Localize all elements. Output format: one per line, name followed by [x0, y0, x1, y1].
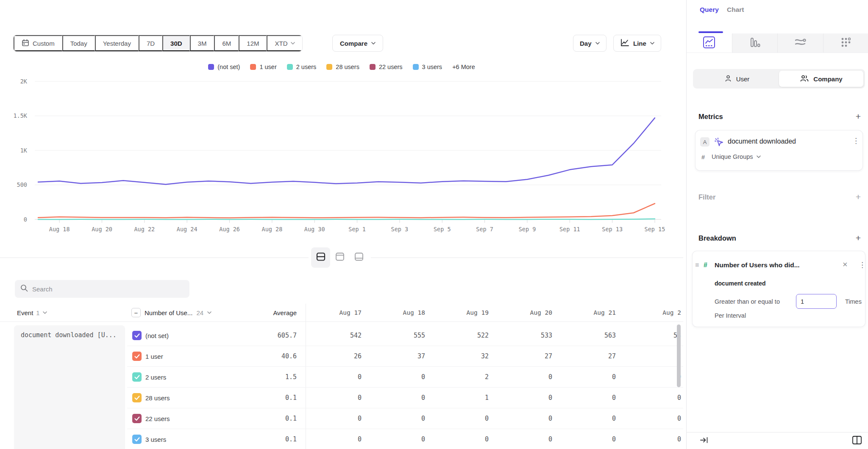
- tab-segmentation-chart[interactable]: [687, 33, 732, 53]
- x-axis-label: Sep 7: [476, 226, 493, 233]
- range-button-12m[interactable]: 12M: [239, 35, 267, 51]
- tab-bar-chart[interactable]: [732, 33, 778, 53]
- tab-chart[interactable]: Chart: [727, 6, 744, 14]
- collapse-panel-icon[interactable]: [699, 435, 709, 446]
- breakdown-title[interactable]: Number of Users who did...: [715, 261, 800, 269]
- date-column-header: Aug 18: [370, 304, 433, 322]
- breakdown-condition-label: Greater than or equal to: [715, 298, 780, 305]
- users-column-header[interactable]: − Number of Use... 24: [131, 304, 211, 322]
- range-button-custom[interactable]: Custom: [14, 35, 62, 51]
- range-button-6m[interactable]: 6M: [214, 35, 239, 51]
- split-panel-icon[interactable]: [851, 435, 862, 447]
- average-column-header[interactable]: Average: [229, 304, 297, 322]
- chart-type-label: Line: [633, 40, 646, 47]
- tab-grid-chart[interactable]: [823, 33, 868, 53]
- chart-type-button[interactable]: Line: [613, 35, 661, 52]
- kebab-menu-icon[interactable]: ⋮: [852, 136, 860, 145]
- y-axis-label: 1.5K: [13, 112, 27, 119]
- add-filter-button[interactable]: +: [854, 192, 863, 202]
- row-label: 28 users: [145, 394, 170, 402]
- row-average: 0.1: [229, 394, 297, 402]
- value-cell: 2: [433, 373, 497, 381]
- metric-event-name[interactable]: document downloaded: [728, 138, 796, 145]
- close-icon[interactable]: ×: [843, 260, 848, 269]
- range-label: XTD: [275, 40, 287, 47]
- value-cell: 32: [433, 352, 497, 360]
- value-cell: 2: [624, 352, 683, 360]
- row-checkbox[interactable]: [132, 414, 142, 423]
- granularity-button[interactable]: Day: [573, 35, 606, 52]
- value-cell: 0: [433, 415, 497, 422]
- add-breakdown-button[interactable]: +: [854, 233, 863, 243]
- search-input[interactable]: [32, 285, 184, 293]
- range-button-7d[interactable]: 7D: [139, 35, 162, 51]
- add-metric-button[interactable]: +: [854, 112, 863, 121]
- flow-icon: [794, 37, 806, 50]
- y-axis-label: 500: [17, 181, 27, 188]
- value-cell: 0: [497, 435, 560, 443]
- table-view-icon: [354, 252, 364, 263]
- layout-toggle-table-view[interactable]: [349, 247, 368, 268]
- compare-button[interactable]: Compare: [332, 35, 383, 52]
- value-cell: 27: [497, 352, 560, 360]
- breakdown-value-input[interactable]: [796, 294, 837, 309]
- layout-toggle-chart-view[interactable]: [330, 247, 349, 268]
- value-cell: 53: [624, 332, 683, 339]
- x-axis-label: Aug 20: [92, 226, 112, 233]
- chart-view-icon: [335, 252, 345, 263]
- range-button-30d[interactable]: 30D: [162, 35, 190, 51]
- scope-option-company[interactable]: Company: [779, 71, 863, 87]
- value-cell: 522: [433, 332, 497, 339]
- row-checkbox[interactable]: [132, 331, 142, 340]
- value-cell: 0: [370, 435, 433, 443]
- range-button-yesterday[interactable]: Yesterday: [95, 35, 139, 51]
- breakdown-event-name[interactable]: document created: [715, 280, 766, 287]
- tab-query[interactable]: Query: [700, 6, 719, 14]
- kebab-menu-icon[interactable]: ⋮: [859, 261, 866, 269]
- compare-label: Compare: [340, 40, 367, 47]
- search-icon: [20, 284, 28, 294]
- row-checkbox[interactable]: [132, 435, 142, 444]
- value-cell: 0: [497, 394, 560, 402]
- x-axis-label: Aug 28: [262, 226, 283, 233]
- event-cell[interactable]: document downloaded [U...: [14, 325, 125, 449]
- range-label: 3M: [198, 40, 207, 47]
- table-scrollbar-thumb[interactable]: [677, 324, 681, 387]
- value-cell: 0: [370, 415, 433, 422]
- value-cell: 0: [560, 394, 624, 402]
- range-button-3m[interactable]: 3M: [190, 35, 214, 51]
- range-button-today[interactable]: Today: [62, 35, 95, 51]
- row-checkbox[interactable]: [132, 372, 142, 382]
- scope-company-label: Company: [813, 75, 842, 83]
- x-axis-label: Sep 13: [602, 226, 623, 233]
- breakdown-header: Breakdown: [698, 234, 736, 242]
- split-view-icon: [316, 252, 326, 263]
- layout-toggle-split-view[interactable]: [311, 247, 330, 268]
- metric-badge: A: [700, 137, 709, 147]
- table-row: 1 user40.626373227272: [127, 346, 683, 367]
- breakdown-unit-label: Times: [845, 298, 862, 305]
- chevron-down-icon: [207, 311, 211, 314]
- event-column-header[interactable]: Event 1: [17, 304, 47, 322]
- x-axis-label: Sep 1: [348, 226, 366, 233]
- value-cell: 0: [560, 415, 624, 422]
- metric-measure-label: Unique Groups: [712, 153, 753, 160]
- line-chart[interactable]: 05001K1.5K2KAug 18Aug 20Aug 22Aug 24Aug …: [0, 55, 683, 241]
- value-cell: 0: [433, 435, 497, 443]
- select-all-checkbox[interactable]: −: [131, 308, 141, 317]
- x-axis-label: Sep 3: [391, 226, 409, 233]
- value-cell: 0: [497, 415, 560, 422]
- x-axis-label: Aug 30: [304, 226, 325, 233]
- row-label: 2 users: [145, 374, 166, 381]
- value-cell: 0: [497, 373, 560, 381]
- layout-toggle-group: [311, 247, 368, 268]
- row-checkbox[interactable]: [132, 393, 142, 402]
- metric-measure-dropdown[interactable]: Unique Groups: [712, 153, 761, 160]
- scope-option-user[interactable]: User: [695, 71, 779, 87]
- drag-handle-icon[interactable]: ≡: [695, 261, 699, 269]
- row-values: 001000: [306, 394, 683, 402]
- range-button-xtd[interactable]: XTD: [267, 35, 302, 51]
- calendar-icon: [22, 39, 29, 48]
- row-checkbox[interactable]: [132, 352, 142, 361]
- tab-flow-chart[interactable]: [777, 33, 823, 53]
